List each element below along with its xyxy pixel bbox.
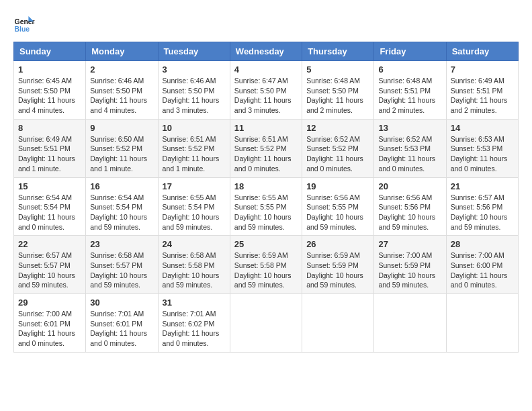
cell-content: Sunrise: 6:54 AMSunset: 5:54 PMDaylight:… xyxy=(18,193,81,232)
cell-content: Sunrise: 6:54 AMSunset: 5:54 PMDaylight:… xyxy=(90,193,153,232)
day-number: 5 xyxy=(306,64,369,75)
calendar-cell: 6 Sunrise: 6:48 AMSunset: 5:51 PMDayligh… xyxy=(374,61,446,120)
cell-content: Sunrise: 6:48 AMSunset: 5:51 PMDaylight:… xyxy=(378,76,441,116)
calendar-cell: 8 Sunrise: 6:49 AMSunset: 5:51 PMDayligh… xyxy=(14,119,86,177)
calendar-cell: 12 Sunrise: 6:52 AMSunset: 5:52 PMDaylig… xyxy=(302,119,374,177)
calendar-cell xyxy=(446,294,518,353)
cell-content: Sunrise: 6:48 AMSunset: 5:50 PMDaylight:… xyxy=(306,76,369,116)
day-number: 20 xyxy=(378,181,441,191)
day-number: 27 xyxy=(378,239,441,249)
day-number: 2 xyxy=(90,64,153,75)
header: General Blue xyxy=(13,13,519,35)
calendar-cell: 14 Sunrise: 6:53 AMSunset: 5:53 PMDaylig… xyxy=(446,119,518,177)
calendar-cell: 26 Sunrise: 6:59 AMSunset: 5:59 PMDaylig… xyxy=(302,236,374,294)
day-number: 18 xyxy=(234,181,298,191)
day-number: 31 xyxy=(163,298,226,308)
day-number: 22 xyxy=(18,239,81,249)
day-number: 13 xyxy=(378,123,441,133)
cell-content: Sunrise: 7:00 AMSunset: 6:01 PMDaylight:… xyxy=(18,309,81,349)
cell-content: Sunrise: 6:55 AMSunset: 5:54 PMDaylight:… xyxy=(163,193,226,232)
calendar-cell: 11 Sunrise: 6:51 AMSunset: 5:52 PMDaylig… xyxy=(230,119,302,177)
calendar-cell: 1 Sunrise: 6:45 AMSunset: 5:50 PMDayligh… xyxy=(14,61,86,120)
calendar-cell: 15 Sunrise: 6:54 AMSunset: 5:54 PMDaylig… xyxy=(14,177,86,236)
cell-content: Sunrise: 6:59 AMSunset: 5:58 PMDaylight:… xyxy=(234,250,298,290)
calendar-cell: 7 Sunrise: 6:49 AMSunset: 5:51 PMDayligh… xyxy=(446,61,518,120)
calendar-cell: 9 Sunrise: 6:50 AMSunset: 5:52 PMDayligh… xyxy=(86,119,158,177)
calendar-cell: 16 Sunrise: 6:54 AMSunset: 5:54 PMDaylig… xyxy=(86,177,158,236)
calendar-cell: 2 Sunrise: 6:46 AMSunset: 5:50 PMDayligh… xyxy=(86,61,158,120)
svg-text:General: General xyxy=(15,18,35,26)
day-number: 26 xyxy=(306,239,369,249)
column-header-saturday: Saturday xyxy=(446,42,518,61)
logo-icon: General Blue xyxy=(13,13,35,35)
column-header-thursday: Thursday xyxy=(302,42,374,61)
calendar-week-row: 1 Sunrise: 6:45 AMSunset: 5:50 PMDayligh… xyxy=(14,61,519,120)
day-number: 6 xyxy=(378,64,441,75)
calendar-cell xyxy=(374,294,446,353)
calendar-cell: 31 Sunrise: 7:01 AMSunset: 6:02 PMDaylig… xyxy=(158,294,230,353)
cell-content: Sunrise: 6:46 AMSunset: 5:50 PMDaylight:… xyxy=(90,76,153,116)
day-number: 14 xyxy=(451,123,514,133)
calendar-cell: 10 Sunrise: 6:51 AMSunset: 5:52 PMDaylig… xyxy=(158,119,230,177)
calendar-cell: 19 Sunrise: 6:56 AMSunset: 5:55 PMDaylig… xyxy=(302,177,374,236)
calendar-cell: 28 Sunrise: 7:00 AMSunset: 6:00 PMDaylig… xyxy=(446,236,518,294)
cell-content: Sunrise: 7:00 AMSunset: 6:00 PMDaylight:… xyxy=(451,250,514,290)
calendar-cell: 5 Sunrise: 6:48 AMSunset: 5:50 PMDayligh… xyxy=(302,61,374,120)
cell-content: Sunrise: 6:49 AMSunset: 5:51 PMDaylight:… xyxy=(451,76,514,116)
cell-content: Sunrise: 6:47 AMSunset: 5:50 PMDaylight:… xyxy=(234,76,298,116)
cell-content: Sunrise: 6:52 AMSunset: 5:53 PMDaylight:… xyxy=(378,134,441,174)
day-number: 30 xyxy=(90,298,153,308)
cell-content: Sunrise: 7:00 AMSunset: 5:59 PMDaylight:… xyxy=(378,250,441,290)
day-number: 15 xyxy=(18,181,81,191)
calendar-cell: 29 Sunrise: 7:00 AMSunset: 6:01 PMDaylig… xyxy=(14,294,86,353)
day-number: 1 xyxy=(18,64,81,75)
day-number: 28 xyxy=(451,239,514,249)
day-number: 11 xyxy=(234,123,298,133)
svg-text:Blue: Blue xyxy=(15,26,30,33)
calendar-cell: 30 Sunrise: 7:01 AMSunset: 6:01 PMDaylig… xyxy=(86,294,158,353)
calendar-week-row: 8 Sunrise: 6:49 AMSunset: 5:51 PMDayligh… xyxy=(14,119,519,177)
column-header-monday: Monday xyxy=(86,42,158,61)
calendar-cell: 20 Sunrise: 6:56 AMSunset: 5:56 PMDaylig… xyxy=(374,177,446,236)
cell-content: Sunrise: 6:46 AMSunset: 5:50 PMDaylight:… xyxy=(163,76,226,116)
day-number: 16 xyxy=(90,181,153,191)
day-number: 10 xyxy=(163,123,226,133)
day-number: 25 xyxy=(234,239,298,249)
calendar-cell xyxy=(302,294,374,353)
calendar-cell: 18 Sunrise: 6:55 AMSunset: 5:55 PMDaylig… xyxy=(230,177,302,236)
day-number: 17 xyxy=(163,181,226,191)
logo: General Blue xyxy=(13,13,35,35)
cell-content: Sunrise: 6:52 AMSunset: 5:52 PMDaylight:… xyxy=(306,134,369,174)
cell-content: Sunrise: 6:58 AMSunset: 5:58 PMDaylight:… xyxy=(163,250,226,290)
day-number: 4 xyxy=(234,64,298,75)
cell-content: Sunrise: 7:01 AMSunset: 6:01 PMDaylight:… xyxy=(90,309,153,349)
calendar-cell: 4 Sunrise: 6:47 AMSunset: 5:50 PMDayligh… xyxy=(230,61,302,120)
day-number: 21 xyxy=(451,181,514,191)
calendar-cell: 22 Sunrise: 6:57 AMSunset: 5:57 PMDaylig… xyxy=(14,236,86,294)
calendar-cell: 13 Sunrise: 6:52 AMSunset: 5:53 PMDaylig… xyxy=(374,119,446,177)
calendar-cell: 24 Sunrise: 6:58 AMSunset: 5:58 PMDaylig… xyxy=(158,236,230,294)
day-number: 19 xyxy=(306,181,369,191)
day-number: 12 xyxy=(306,123,369,133)
calendar-cell: 17 Sunrise: 6:55 AMSunset: 5:54 PMDaylig… xyxy=(158,177,230,236)
cell-content: Sunrise: 6:57 AMSunset: 5:56 PMDaylight:… xyxy=(451,193,514,232)
day-number: 7 xyxy=(451,64,514,75)
day-number: 23 xyxy=(90,239,153,249)
column-header-sunday: Sunday xyxy=(14,42,86,61)
cell-content: Sunrise: 6:55 AMSunset: 5:55 PMDaylight:… xyxy=(234,193,298,232)
cell-content: Sunrise: 6:51 AMSunset: 5:52 PMDaylight:… xyxy=(163,134,226,174)
day-number: 3 xyxy=(163,64,226,75)
calendar-week-row: 15 Sunrise: 6:54 AMSunset: 5:54 PMDaylig… xyxy=(14,177,519,236)
cell-content: Sunrise: 6:56 AMSunset: 5:55 PMDaylight:… xyxy=(306,193,369,232)
column-header-tuesday: Tuesday xyxy=(158,42,230,61)
day-number: 29 xyxy=(18,298,81,308)
day-number: 9 xyxy=(90,123,153,133)
cell-content: Sunrise: 6:57 AMSunset: 5:57 PMDaylight:… xyxy=(18,250,81,290)
calendar-cell: 23 Sunrise: 6:58 AMSunset: 5:57 PMDaylig… xyxy=(86,236,158,294)
calendar-cell: 21 Sunrise: 6:57 AMSunset: 5:56 PMDaylig… xyxy=(446,177,518,236)
calendar-cell: 27 Sunrise: 7:00 AMSunset: 5:59 PMDaylig… xyxy=(374,236,446,294)
cell-content: Sunrise: 7:01 AMSunset: 6:02 PMDaylight:… xyxy=(163,309,226,349)
calendar-table: SundayMondayTuesdayWednesdayThursdayFrid… xyxy=(13,42,519,353)
column-header-wednesday: Wednesday xyxy=(230,42,302,61)
cell-content: Sunrise: 6:51 AMSunset: 5:52 PMDaylight:… xyxy=(234,134,298,174)
